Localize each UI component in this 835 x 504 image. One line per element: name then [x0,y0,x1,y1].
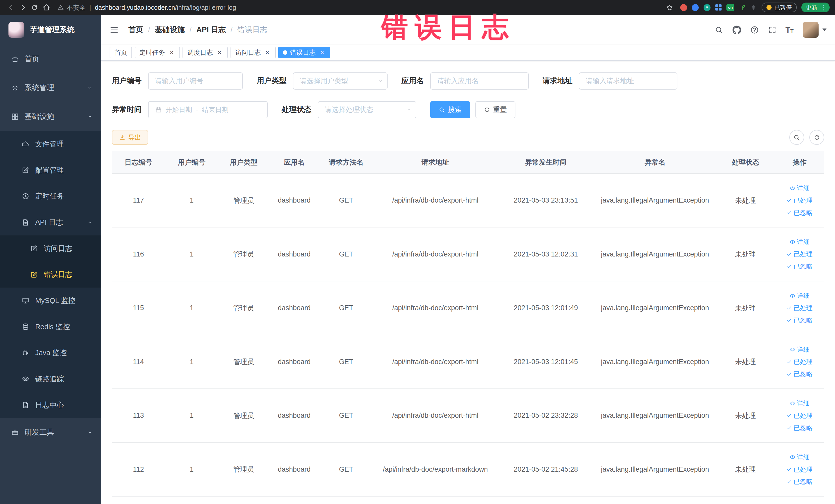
app-name-input[interactable] [430,73,529,89]
action-detail[interactable]: 详细 [790,183,810,194]
sidebar-item-dev-tools[interactable]: 研发工具 [0,418,101,447]
tab-2[interactable]: 调度日志× [183,47,228,59]
breadcrumb-separator: / [189,26,191,34]
update-button[interactable]: 更新 ⋮ [801,3,830,12]
refresh-button[interactable] [809,130,824,145]
sidebar-item-scheduled-job[interactable]: 定时任务 [0,183,101,209]
export-button[interactable]: 导出 [112,130,148,145]
action-ignored[interactable]: 已忽略 [787,368,813,380]
action-ignored[interactable]: 已忽略 [787,207,813,219]
request-url-input[interactable] [579,73,677,89]
action-ignored[interactable]: 已忽略 [787,315,813,326]
reload-icon[interactable] [29,2,41,13]
breadcrumb-item[interactable]: 基础设施 [155,25,185,35]
action-detail[interactable]: 详细 [790,237,810,248]
sidebar-item-infra[interactable]: 基础设施 [0,102,101,131]
forward-icon[interactable] [17,2,29,13]
tab-4[interactable]: 错误日志× [278,47,330,59]
close-icon[interactable]: × [319,49,325,56]
toggle-search-button[interactable] [789,130,804,145]
action-processed[interactable]: 已处理 [787,410,813,421]
extension-tree-icon[interactable] [750,4,757,11]
action-processed[interactable]: 已处理 [787,464,813,475]
extension-leaf-icon[interactable] [739,4,746,11]
action-ignored[interactable]: 已忽略 [787,422,813,434]
sidebar-item-mysql-monitor[interactable]: MySQL 监控 [0,287,101,314]
extension-grid-icon[interactable] [715,4,722,11]
sidebar-item-access-log[interactable]: 访问日志 [0,236,101,262]
action-processed[interactable]: 已处理 [787,195,813,206]
check-icon [787,425,792,430]
fullscreen-icon[interactable] [768,26,776,34]
bookmark-star-icon[interactable] [664,2,675,13]
action-detail[interactable]: 详细 [790,344,810,355]
sidebar-item-home[interactable]: 首页 [0,45,101,74]
paused-chip[interactable]: 已暂停 [761,3,797,12]
back-icon[interactable] [5,2,17,13]
cell-app: dashboard [269,358,320,366]
action-label: 已处理 [793,248,813,260]
action-label: 详细 [797,290,810,301]
error-log-table: 日志编号用户编号用户类型应用名请求方法名请求地址异常发生时间异常名处理状态操作1… [112,151,824,497]
action-ignored[interactable]: 已忽略 [787,476,813,487]
sidebar-item-redis-monitor[interactable]: Redis 监控 [0,314,101,340]
breadcrumb-item[interactable]: API 日志 [196,25,226,35]
sidebar-logo-row[interactable]: 芋道管理系统 [0,15,101,45]
close-icon[interactable]: × [216,49,223,56]
github-icon[interactable] [732,25,741,35]
sidebar-item-label: 文件管理 [35,139,64,149]
browser-toolbar: 不安全 | dashboard.yudao.iocoder.cn/infra/l… [0,0,835,15]
security-indicator[interactable]: 不安全 [58,3,86,12]
cell-user-type: 管理员 [219,411,269,420]
user-menu[interactable] [803,22,827,38]
user-id-input[interactable] [148,73,243,89]
sidebar-item-system-mgmt[interactable]: 系统管理 [0,74,101,102]
action-label: 已忽略 [793,315,813,326]
action-detail[interactable]: 详细 [790,290,810,301]
action-detail[interactable]: 详细 [790,398,810,409]
help-icon[interactable] [750,26,759,34]
action-label: 已忽略 [793,207,813,219]
home-icon[interactable] [41,2,53,13]
sidebar-item-config-mgmt[interactable]: 配置管理 [0,157,101,183]
extension-teal-icon[interactable]: ▾ [704,4,711,11]
action-label: 详细 [797,344,810,355]
hamburger-icon[interactable] [107,23,121,37]
date-range-picker[interactable]: 开始日期 - 结束日期 [148,101,268,118]
sidebar-item-trace[interactable]: 链路追踪 [0,366,101,392]
tab-label: 调度日志 [187,48,213,57]
action-processed[interactable]: 已处理 [787,356,813,367]
sidebar-item-log-center[interactable]: 日志中心 [0,392,101,418]
check-icon [787,467,792,472]
address-bar[interactable]: dashboard.yudao.iocoder.cn/infra/log/api… [95,4,664,11]
breadcrumb-item: 错误日志 [238,25,267,35]
process-status-select[interactable]: 请选择处理状态 [318,101,416,118]
tab-0[interactable]: 首页 [109,47,132,59]
tab-3[interactable]: 访问日志× [230,47,276,59]
screen: 不安全 | dashboard.yudao.iocoder.cn/infra/l… [0,0,835,504]
close-icon[interactable]: × [168,49,175,56]
column-header: 应用名 [269,151,320,173]
sidebar-item-api-log[interactable]: API 日志 [0,209,101,236]
extension-on-icon[interactable]: on [727,4,734,11]
main-area: 首页/基础设施/API 日志/错误日志 TT 首页定时任务×调度日志×访问日志×… [101,15,835,504]
action-processed[interactable]: 已处理 [787,248,813,260]
font-size-icon[interactable]: TT [786,26,794,34]
sidebar-item-file-mgmt[interactable]: 文件管理 [0,131,101,157]
extension-red-icon[interactable] [680,4,687,11]
reset-button[interactable]: 重置 [475,101,515,118]
chevron-down-icon [87,85,93,90]
breadcrumb-item[interactable]: 首页 [128,25,143,35]
user-type-select[interactable]: 请选择用户类型 [293,73,388,89]
action-detail[interactable]: 详细 [790,451,810,463]
sidebar-item-java-monitor[interactable]: Java 监控 [0,340,101,366]
sidebar-item-error-log[interactable]: 错误日志 [0,262,101,288]
user-id-label: 用户编号 [112,76,142,86]
extension-blue-drop-icon[interactable] [692,4,699,11]
search-icon[interactable] [715,26,723,34]
search-button[interactable]: 搜索 [430,101,470,118]
close-icon[interactable]: × [264,49,271,56]
action-processed[interactable]: 已处理 [787,302,813,314]
action-ignored[interactable]: 已忽略 [787,261,813,272]
tab-1[interactable]: 定时任务× [135,47,180,59]
